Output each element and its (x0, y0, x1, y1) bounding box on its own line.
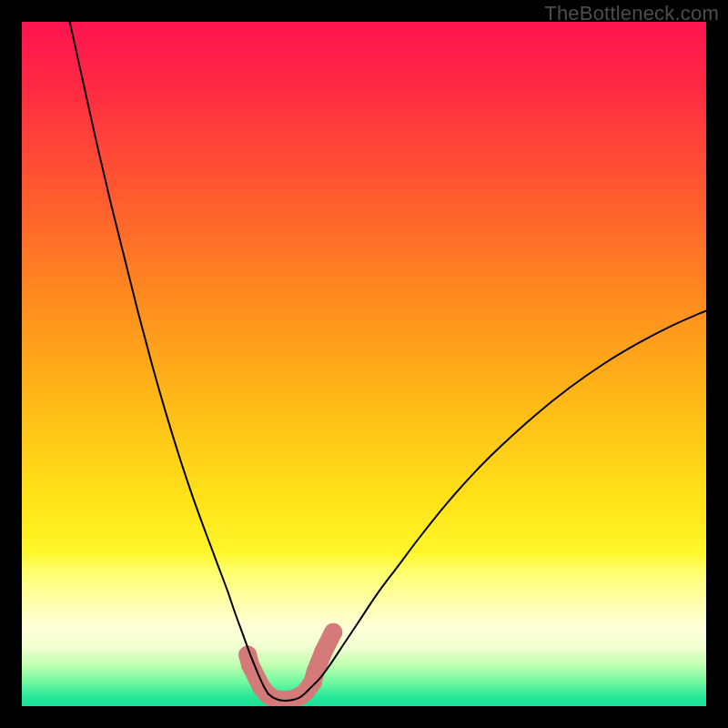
outer-frame: TheBottleneck.com (0, 0, 728, 728)
watermark-text: TheBottleneck.com (544, 2, 719, 25)
chart-svg (22, 22, 706, 706)
valley-marker-dot (314, 643, 332, 662)
plot-area (22, 22, 706, 706)
valley-marker-dot (307, 662, 325, 681)
valley-marker-dot (324, 623, 342, 642)
